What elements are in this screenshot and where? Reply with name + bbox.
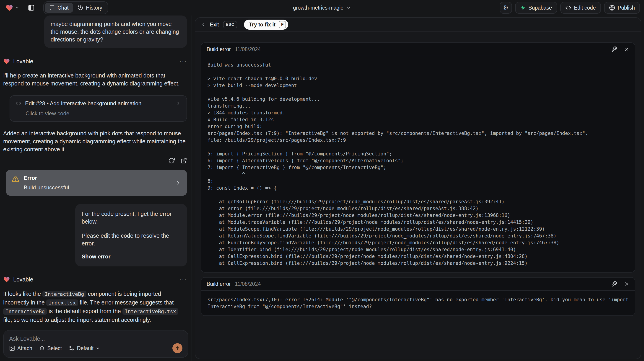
- assistant-name: Lovable: [13, 58, 33, 65]
- top-bar: Chat History growth-metrics-magic ⚙: [0, 0, 644, 15]
- chevron-right-icon: [176, 101, 181, 106]
- mode-label: Default: [77, 345, 94, 352]
- assistant-message: Added an interactive background with pin…: [3, 129, 187, 153]
- tab-history-label: History: [86, 5, 102, 11]
- exit-label: Exit: [210, 21, 219, 28]
- code-brackets-icon: [565, 5, 571, 11]
- supabase-label: Supabase: [528, 5, 552, 11]
- gear-icon: ⚙: [503, 4, 509, 11]
- edit-code-button[interactable]: Edit code: [560, 2, 601, 14]
- close-icon[interactable]: [624, 281, 630, 287]
- history-icon: [78, 5, 83, 10]
- panel-header: Build error 11/08/2024: [201, 278, 635, 291]
- assistant-header: Lovable ···: [3, 276, 187, 283]
- user-message-text: maybe diagramming points and when you mo…: [51, 20, 180, 43]
- user-message-text: For the code present, I get the error be…: [82, 210, 180, 225]
- overlay-header: Exit ESC Try to fix it F: [195, 18, 641, 32]
- user-message-text: Please edit the code to resolve the erro…: [82, 232, 180, 247]
- tab-chat[interactable]: Chat: [45, 3, 73, 13]
- publish-button[interactable]: Publish: [604, 2, 640, 14]
- chevron-down-icon: [15, 6, 19, 10]
- project-switcher[interactable]: growth-metrics-magic: [293, 5, 351, 11]
- edit-code-label: Edit code: [574, 5, 596, 11]
- error-overlay: Exit ESC Try to fix it F Build error 11/…: [195, 17, 641, 359]
- assistant-header: Lovable ···: [3, 58, 187, 65]
- supabase-bolt-icon: [520, 5, 526, 10]
- build-error-panel-2: Build error 11/08/2024 src/pages/Index.t…: [201, 277, 635, 316]
- lovable-app: Chat History growth-metrics-magic ⚙: [0, 0, 644, 361]
- user-message: For the code present, I get the error be…: [75, 204, 187, 266]
- toggle-sidebar-button[interactable]: [25, 2, 38, 14]
- top-bar-actions: ⚙ Supabase Edit code Publish: [500, 2, 640, 14]
- tab-history[interactable]: History: [73, 3, 107, 13]
- project-name: growth-metrics-magic: [293, 5, 343, 11]
- mode-selector[interactable]: Default: [69, 345, 100, 352]
- attach-label: Attach: [17, 345, 32, 352]
- error-card-subtitle: Build unsuccessful: [24, 184, 170, 191]
- message-actions: [3, 157, 187, 164]
- attach-image-icon: [9, 345, 15, 351]
- chat-panel: maybe diagramming points and when you mo…: [0, 15, 192, 361]
- panel-title: Build error: [206, 281, 231, 287]
- message-menu-button[interactable]: ···: [180, 276, 187, 283]
- select-label: Select: [47, 345, 62, 352]
- chat-message-list[interactable]: maybe diagramming points and when you mo…: [0, 15, 192, 326]
- esc-key-badge: ESC: [223, 21, 237, 28]
- settings-button[interactable]: ⚙: [500, 2, 512, 14]
- sliders-icon: [69, 345, 74, 351]
- globe-icon: [609, 5, 615, 11]
- open-external-icon[interactable]: [180, 157, 187, 164]
- exit-button[interactable]: Exit: [201, 21, 219, 28]
- panel-left-icon: [28, 4, 35, 11]
- build-log: src/pages/Index.tsx(7,10): error TS2614:…: [201, 291, 635, 316]
- lovable-heart-logo-icon: [6, 4, 13, 12]
- chevron-down-icon: [96, 346, 100, 350]
- panel-header: Build error 11/08/2024: [201, 43, 635, 56]
- tab-chat-label: Chat: [58, 5, 69, 11]
- user-message: maybe diagramming points and when you mo…: [44, 15, 187, 48]
- code-brackets-icon: [16, 100, 22, 106]
- publish-label: Publish: [618, 5, 635, 11]
- send-button[interactable]: [172, 343, 182, 353]
- restore-icon[interactable]: [168, 157, 175, 164]
- assistant-message: It looks like the InteractiveBg componen…: [3, 290, 187, 324]
- warning-triangle-icon: [12, 175, 19, 183]
- panel-date: 11/08/2024: [235, 46, 261, 52]
- assistant-name: Lovable: [13, 276, 33, 283]
- edit-card-title: Edit #28 • Add interactive background an…: [25, 100, 142, 107]
- edit-card-28[interactable]: Edit #28 • Add interactive background an…: [10, 95, 187, 122]
- supabase-button[interactable]: Supabase: [515, 2, 557, 14]
- f-key-badge: F: [279, 21, 286, 28]
- arrow-up-icon: [175, 346, 180, 351]
- chat-composer: Attach Select Default: [3, 330, 188, 358]
- select-button[interactable]: Select: [39, 345, 62, 352]
- fix-label: Try to fix it: [249, 22, 276, 28]
- select-target-icon: [39, 345, 45, 351]
- chevron-right-icon: [175, 180, 181, 186]
- assistant-message: I'll help create an interactive backgrou…: [3, 71, 187, 87]
- show-error-link[interactable]: Show error: [82, 253, 180, 261]
- try-to-fix-button[interactable]: Try to fix it F: [244, 19, 288, 30]
- close-icon[interactable]: [624, 46, 630, 52]
- lovable-heart-icon: [3, 58, 10, 65]
- panel-title: Build error: [206, 46, 231, 52]
- build-error-card[interactable]: Error Build unsuccessful: [6, 170, 187, 196]
- fix-wrench-icon[interactable]: [611, 281, 617, 287]
- build-log: Build was unsuccessful > vite_react_shad…: [201, 56, 635, 272]
- panel-date: 11/08/2024: [235, 281, 261, 287]
- lovable-logo-menu[interactable]: [6, 4, 19, 12]
- edit-card-subtitle: Click to view code: [26, 110, 181, 117]
- chat-input[interactable]: [9, 336, 182, 343]
- chevron-left-icon: [201, 22, 206, 27]
- chevron-down-icon: [346, 5, 351, 10]
- chat-bubble-icon: [49, 5, 55, 10]
- build-error-panel-1: Build error 11/08/2024 Build was unsucce…: [201, 42, 635, 273]
- attach-button[interactable]: Attach: [9, 345, 32, 352]
- error-card-title: Error: [24, 175, 170, 181]
- chat-history-tabs: Chat History: [43, 1, 108, 14]
- message-menu-button[interactable]: ···: [180, 58, 187, 64]
- fix-wrench-icon[interactable]: [611, 46, 617, 52]
- lovable-heart-icon: [3, 276, 10, 283]
